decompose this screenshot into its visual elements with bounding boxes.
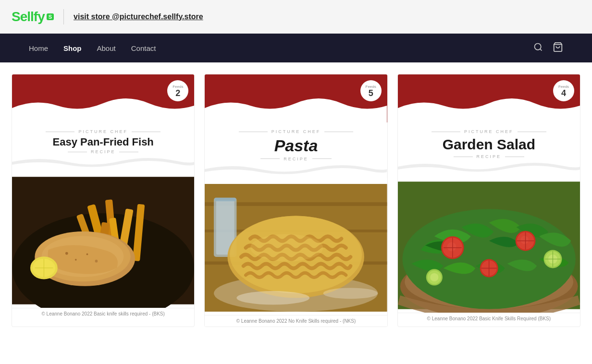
nav-contact[interactable]: Contact	[131, 42, 156, 54]
svg-point-15	[65, 252, 68, 255]
logo[interactable]: SellfyS	[12, 9, 54, 24]
svg-rect-31	[215, 197, 236, 201]
nav-links: Home Shop About Contact	[29, 42, 156, 54]
svg-line-1	[540, 49, 542, 50]
food-image-pasta	[205, 181, 387, 315]
nav-home[interactable]: Home	[29, 42, 48, 54]
nav-shop[interactable]: Shop	[63, 42, 82, 54]
search-icon[interactable]	[533, 42, 543, 54]
svg-point-34	[250, 234, 323, 261]
food-image-salad	[398, 178, 580, 313]
feeds-badge-pasta: Feeds 5	[360, 80, 382, 101]
product-card-pasta[interactable]: Feeds 5 PICTURE CHEF Pasta RECIPE	[204, 74, 387, 327]
food-image-fish	[12, 173, 194, 308]
svg-point-49	[520, 236, 529, 244]
product-card-fish[interactable]: Feeds 2 PICTURE CHEF Easy Pan-Fried Fish…	[12, 74, 195, 327]
svg-point-63	[430, 273, 438, 281]
store-link[interactable]: visit store @picturechef.sellfy.store	[74, 12, 203, 21]
logo-badge: S	[47, 13, 54, 20]
card-title-pasta: PICTURE CHEF Pasta RECIPE	[205, 122, 387, 181]
card-title-fish: PICTURE CHEF Easy Pan-Fried Fish RECIPE	[12, 122, 194, 173]
product-grid: Feeds 2 PICTURE CHEF Easy Pan-Fried Fish…	[0, 62, 592, 339]
svg-point-16	[75, 259, 77, 261]
logo-text: Sellfy	[12, 9, 45, 24]
card-title-salad: PICTURE CHEF Garden Salad RECIPE	[398, 122, 580, 178]
card-footer-salad: © Leanne Bonano 2022 Basic Knife Skills …	[398, 313, 580, 324]
svg-point-43	[447, 242, 456, 251]
svg-point-17	[86, 254, 88, 255]
nav-about[interactable]: About	[97, 42, 116, 54]
svg-point-18	[95, 260, 98, 263]
card-footer-pasta: © Leanne Bonano 2022 No Knife Skills req…	[205, 315, 387, 327]
nav-bar: Home Shop About Contact	[0, 34, 592, 62]
cart-icon[interactable]	[553, 42, 563, 55]
svg-point-35	[237, 291, 310, 304]
product-card-salad[interactable]: Feeds 4 PICTURE CHEF Garden Salad RECIPE	[397, 74, 580, 327]
card-footer-fish: © Leanne Bonano 2022 Basic knife skills …	[12, 308, 194, 319]
svg-point-36	[323, 288, 378, 299]
top-bar: SellfyS visit store @picturechef.sellfy.…	[0, 0, 592, 34]
divider	[63, 9, 64, 24]
feeds-badge-fish: Feeds 2	[167, 80, 188, 101]
svg-point-0	[535, 43, 541, 49]
feeds-badge-salad: Feeds 4	[553, 80, 574, 101]
nav-icons	[533, 42, 563, 55]
